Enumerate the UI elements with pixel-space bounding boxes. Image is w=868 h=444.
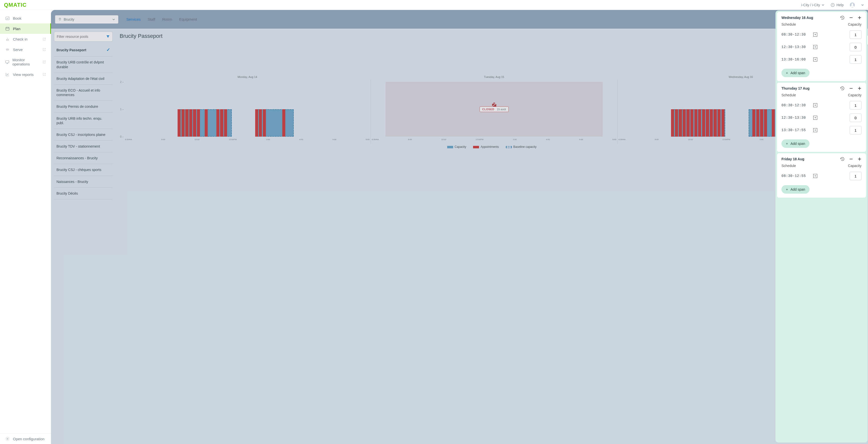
- pool-item[interactable]: Brucity Passeport✓: [54, 43, 113, 57]
- add-day-button[interactable]: [858, 16, 862, 20]
- capacity-input[interactable]: [849, 30, 862, 39]
- filter-icon[interactable]: [106, 35, 110, 38]
- filter-resource-pools[interactable]: [54, 32, 113, 41]
- add-span-button[interactable]: +Add span: [781, 139, 810, 148]
- add-day-button[interactable]: [858, 157, 862, 161]
- capacity-input[interactable]: [849, 172, 862, 180]
- pool-label: Brucity URB info techn. enqu. publ.: [57, 116, 110, 125]
- expand-span-button[interactable]: +: [813, 128, 817, 132]
- capacity-input[interactable]: [849, 55, 862, 64]
- expand-span-button[interactable]: +: [813, 103, 817, 107]
- logo: QMATIC: [4, 2, 27, 8]
- expand-span-button[interactable]: +: [813, 33, 817, 37]
- external-icon: [42, 48, 46, 51]
- pool-item[interactable]: Brucity Adaptation de l'état civil: [54, 73, 113, 85]
- day-title: Thursday 17 Aug: [781, 86, 810, 90]
- plus-icon: +: [786, 71, 788, 75]
- pool-item[interactable]: Brucity Permis de conduire: [54, 101, 113, 113]
- add-span-button[interactable]: +Add span: [781, 185, 810, 194]
- day-title: Wednesday 16 Aug: [781, 16, 813, 20]
- sidebar-item-view-reports[interactable]: View reports: [0, 69, 51, 80]
- history-icon[interactable]: [840, 157, 845, 161]
- plus-icon: +: [786, 187, 788, 191]
- tab-equipment[interactable]: Equipment: [179, 16, 197, 23]
- pool-item[interactable]: Brucity CSJ - chèques sports: [54, 164, 113, 176]
- check-icon: ✓: [106, 47, 110, 53]
- expand-span-button[interactable]: +: [813, 45, 817, 49]
- open-configuration[interactable]: Open configuration: [0, 434, 51, 444]
- capacity-input[interactable]: [849, 114, 862, 122]
- sidebar-item-book[interactable]: Book: [0, 13, 51, 23]
- svg-rect-6: [5, 61, 9, 63]
- reports-icon: [5, 72, 10, 77]
- user-icon: [849, 2, 855, 8]
- pool-item[interactable]: Brucity Décès: [54, 188, 113, 199]
- sidebar-item-serve[interactable]: Serve: [0, 44, 51, 55]
- span-time: 13:30-16:00: [781, 58, 809, 61]
- org-selector[interactable]: i-City / i-City: [801, 3, 825, 7]
- pool-item[interactable]: Brucity CSJ - inscriptions plaine: [54, 129, 113, 141]
- tab-services[interactable]: Services: [126, 16, 141, 23]
- span-time: 12:30-13:30: [781, 45, 809, 49]
- sidebar-item-label: Book: [13, 16, 21, 21]
- filter-input[interactable]: [57, 35, 106, 38]
- pool-label: Brucity Passeport: [57, 48, 86, 52]
- sidebar-item-label: Serve: [13, 48, 23, 52]
- location-select[interactable]: Brucity: [55, 15, 118, 24]
- help-link[interactable]: ? Help: [831, 3, 844, 7]
- pool-item[interactable]: Reconnaissances - Brucity: [54, 152, 113, 164]
- capacity-label: Capacity: [848, 22, 862, 26]
- expand-span-button[interactable]: +: [813, 58, 817, 61]
- sidebar-item-label: View reports: [13, 72, 34, 77]
- sidebar-item-label: Open configuration: [13, 437, 44, 441]
- calendar-check-icon: [5, 16, 10, 21]
- sidebar-item-label: Check in: [13, 37, 27, 41]
- span-time: 08:30-12:55: [781, 174, 809, 178]
- tab-room[interactable]: Room: [162, 16, 172, 23]
- sidebar: BookPlanCheck inServeMonitor operationsV…: [0, 10, 51, 444]
- svg-point-7: [7, 438, 8, 440]
- capacity-input[interactable]: [849, 43, 862, 51]
- span-row: 13:30-17:55+: [781, 126, 862, 135]
- span-row: 12:30-13:30+: [781, 114, 862, 122]
- pool-label: Naissances - Brucity: [57, 179, 88, 184]
- tab-staff[interactable]: Staff: [148, 16, 155, 23]
- pool-label: Brucity Permis de conduire: [57, 104, 98, 109]
- capacity-chart: 0 –1 –2 – Monday, Aug 146:00AM8:0010:001…: [120, 79, 864, 149]
- sidebar-item-monitor-operations[interactable]: Monitor operations: [0, 55, 51, 69]
- external-icon: [42, 73, 46, 76]
- add-day-button[interactable]: [858, 86, 862, 90]
- history-icon[interactable]: [840, 16, 845, 20]
- pool-item[interactable]: Brucity URB contrôle et dvlpmt durable: [54, 57, 113, 73]
- bell-icon: [5, 37, 10, 41]
- external-icon: [42, 37, 46, 41]
- help-label: Help: [836, 3, 844, 7]
- pool-label: Brucity Décès: [57, 191, 78, 196]
- schedule-label: Schedule: [781, 22, 796, 26]
- sidebar-item-check-in[interactable]: Check in: [0, 34, 51, 44]
- sidebar-item-plan[interactable]: Plan: [0, 23, 51, 34]
- span-row: 08:30-12:55+: [781, 172, 862, 180]
- chart-day: Tuesday, Aug 15CLOSED15 août6:00AM8:0010…: [371, 79, 617, 144]
- pool-item[interactable]: Brucity TDV - stationnement: [54, 141, 113, 152]
- capacity-input[interactable]: [849, 126, 862, 135]
- collapse-button[interactable]: [849, 16, 853, 20]
- pool-item[interactable]: Brucity ECO - Accueil et info commerces: [54, 85, 113, 101]
- pool-item[interactable]: Brucity URB info techn. enqu. publ.: [54, 113, 113, 129]
- span-time: 08:30-12:30: [781, 103, 809, 107]
- monitor-icon: [5, 60, 9, 64]
- svg-point-8: [60, 19, 60, 19]
- expand-span-button[interactable]: +: [813, 116, 817, 120]
- add-span-button[interactable]: +Add span: [781, 69, 810, 77]
- expand-span-button[interactable]: +: [813, 174, 817, 178]
- history-icon[interactable]: [840, 86, 845, 91]
- capacity-label: Capacity: [848, 93, 862, 97]
- user-menu[interactable]: [849, 2, 864, 8]
- collapse-button[interactable]: [849, 86, 853, 90]
- pool-item[interactable]: Naissances - Brucity: [54, 176, 113, 188]
- capacity-input[interactable]: [849, 101, 862, 110]
- plan-title: Brucity Passeport: [120, 30, 864, 42]
- collapse-button[interactable]: [849, 157, 853, 161]
- chart-day: Monday, Aug 146:00AM8:0010:0012:00PM2:00…: [124, 79, 371, 144]
- schedule-label: Schedule: [781, 93, 796, 97]
